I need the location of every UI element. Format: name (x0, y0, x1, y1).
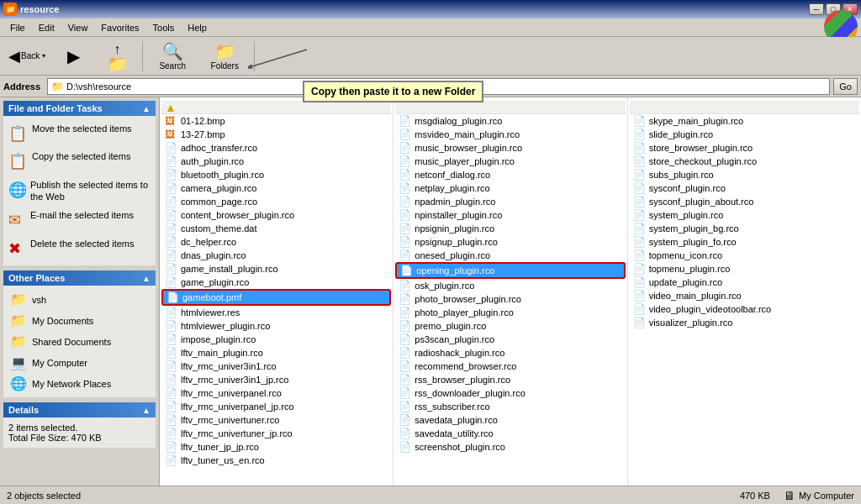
file-item[interactable]: 📄rss_subscriber.rco (395, 400, 625, 413)
search-button[interactable]: 🔍 Search (147, 39, 198, 72)
file-item[interactable]: 📄skype_main_plugin.rco (630, 114, 859, 128)
menu-help[interactable]: Help (181, 21, 214, 34)
file-item[interactable]: 📄adhoc_transfer.rco (161, 141, 391, 155)
folders-button[interactable]: 📁 Folders (199, 39, 250, 72)
go-button[interactable]: Go (833, 78, 858, 95)
file-item[interactable]: 📄photo_browser_plugin.rco (395, 292, 625, 306)
place-shared-documents[interactable]: 📁 Shared Documents (7, 331, 152, 352)
file-item[interactable]: 📄photo_player_plugin.rco (395, 306, 625, 319)
file-item[interactable]: 📄onesed_plugin.rco (395, 249, 625, 262)
file-item[interactable]: 📄premo_plugin.rco (395, 319, 625, 333)
up-button[interactable]: ↑ 📁 (96, 40, 138, 72)
details-header[interactable]: Details ▲ (3, 402, 156, 417)
file-item[interactable]: 📄npadmin_plugin.rco (395, 195, 625, 208)
file-item[interactable]: 📄system_plugin.rco (630, 208, 859, 222)
file-item[interactable]: 📄lftv_main_plugin.rco (161, 346, 391, 360)
publish-items-button[interactable]: 🌐 Publish the selected items to the Web (7, 176, 152, 207)
file-item[interactable]: 📄ps3scan_plugin.rco (395, 333, 625, 346)
minimize-button[interactable]: ─ (809, 3, 824, 15)
file-item[interactable]: 📄netplay_plugin.rco (395, 181, 625, 195)
file-item[interactable]: 📄lftv_rmc_univerpanel.rco (161, 386, 391, 400)
file-item[interactable]: 📄savedata_utility.rco (395, 427, 625, 440)
file-item[interactable]: 📄lftv_tuner_us_en.rco (161, 454, 391, 467)
file-icon: 📄 (633, 303, 647, 315)
file-item[interactable]: 📄msgdialog_plugin.rco (395, 114, 625, 128)
file-item[interactable]: 📄rss_browser_plugin.rco (395, 373, 625, 386)
file-item[interactable]: 📄osk_plugin.rco (395, 279, 625, 292)
file-item[interactable]: 📄custom_theme.dat (161, 222, 391, 235)
file-item[interactable]: 📄lftv_rmc_univertuner_jp.rco (161, 427, 391, 440)
file-icon: 📄 (399, 115, 412, 127)
file-item[interactable]: 📄npinstaller_plugin.rco (395, 208, 625, 222)
file-item[interactable]: 📄store_checkout_plugin.rco (630, 155, 859, 168)
file-item[interactable]: 📄visualizer_plugin.rco (630, 316, 859, 329)
file-item[interactable]: 📄msvideo_main_plugin.rco (395, 128, 625, 141)
file-tasks-header[interactable]: File and Folder Tasks ▲ (3, 101, 156, 116)
file-item[interactable]: 📄auth_plugin.rco (161, 155, 391, 168)
menu-tools[interactable]: Tools (146, 21, 182, 34)
file-item[interactable]: 📄npsignin_plugin.rco (395, 222, 625, 235)
move-items-button[interactable]: 📋 Move the selected items (7, 119, 152, 147)
file-item[interactable]: 📄savedata_plugin.rco (395, 413, 625, 427)
file-item[interactable]: 📄radioshack_plugin.rco (395, 346, 625, 360)
place-my-documents[interactable]: 📁 My Documents (7, 310, 152, 331)
file-item[interactable]: 📄impose_plugin.rco (161, 333, 391, 346)
place-vsh[interactable]: 📁 vsh (7, 289, 152, 310)
email-items-button[interactable]: ✉ E-mail the selected items (7, 206, 152, 234)
file-item[interactable]: 📄system_plugin_bg.rco (630, 222, 859, 235)
file-item[interactable]: 📄htmlviewer.res (161, 306, 391, 319)
place-my-computer[interactable]: 💻 My Computer (7, 352, 152, 373)
file-item[interactable]: 📄system_plugin_fo.rco (630, 235, 859, 249)
file-item[interactable]: 📄game_plugin.rco (161, 276, 391, 289)
delete-items-button[interactable]: ✖ Delete the selected items (7, 234, 152, 262)
file-item[interactable]: 📄recommend_browser.rco (395, 360, 625, 373)
menu-file[interactable]: File (3, 21, 32, 34)
file-item[interactable]: 📄topmenu_icon.rco (630, 249, 859, 262)
file-item[interactable]: 📄topmenu_plugin.rco (630, 262, 859, 276)
file-item[interactable]: 📄screenshot_plugin.rco (395, 440, 625, 454)
file-item[interactable]: 📄npsignup_plugin.rco (395, 235, 625, 249)
file-item[interactable]: 📄common_page.rco (161, 195, 391, 208)
file-item-gameboot[interactable]: 📄gameboot.pmf (161, 289, 391, 306)
file-item[interactable]: 📄video_plugin_videotoolbar.rco (630, 302, 859, 316)
file-item[interactable]: 🖼01-12.bmp (161, 114, 391, 128)
file-item-opening-plugin[interactable]: 📄opening_plugin.rco (395, 262, 625, 279)
file-item[interactable]: 📄music_browser_plugin.rco (395, 141, 625, 155)
file-item[interactable]: 📄slide_plugin.rco (630, 128, 859, 141)
file-item[interactable]: 📄video_main_plugin.rco (630, 289, 859, 302)
file-item[interactable]: 📄game_install_plugin.rco (161, 262, 391, 276)
menu-favorites[interactable]: Favorites (94, 21, 145, 34)
file-item[interactable]: 📄lftv_rmc_univertuner.rco (161, 413, 391, 427)
file-item[interactable]: 📄lftv_rmc_univerpanel_jp.rco (161, 400, 391, 413)
forward-button[interactable]: ▶ (52, 45, 94, 68)
file-item[interactable]: 📄store_browser_plugin.rco (630, 141, 859, 155)
file-item[interactable]: 📄bluetooth_plugin.rco (161, 168, 391, 181)
file-item[interactable]: 📄lftv_tuner_jp_jp.rco (161, 440, 391, 454)
file-item[interactable]: 📄subs_plugin.rco (630, 168, 859, 181)
column-1-header[interactable]: ▲ (161, 101, 391, 114)
status-size-text: 470 KB (740, 491, 770, 501)
file-item[interactable]: 📄dnas_plugin.rco (161, 249, 391, 262)
menu-view[interactable]: View (61, 21, 95, 34)
back-button[interactable]: ◀ Back ▾ (3, 45, 50, 67)
delete-label: Delete the selected items (30, 238, 135, 249)
file-item[interactable]: 📄update_plugin.rco (630, 276, 859, 289)
file-item[interactable]: 📄sysconf_plugin_about.rco (630, 195, 859, 208)
file-item[interactable]: 📄camera_plugin.rco (161, 181, 391, 195)
file-item[interactable]: 📄music_player_plugin.rco (395, 155, 625, 168)
other-places-header[interactable]: Other Places ▲ (3, 270, 156, 286)
file-item[interactable]: 📄dc_helper.rco (161, 235, 391, 249)
file-icon: 📄 (399, 320, 412, 332)
file-item[interactable]: 📄lftv_rmc_univer3in1_jp.rco (161, 373, 391, 386)
file-item[interactable]: 📄htmlviewer_plugin.rco (161, 319, 391, 333)
status-computer-label: My Computer (799, 491, 854, 501)
file-item[interactable]: 📄content_browser_plugin.rco (161, 208, 391, 222)
file-item[interactable]: 📄sysconf_plugin.rco (630, 181, 859, 195)
file-item[interactable]: 🖼13-27.bmp (161, 128, 391, 141)
file-item[interactable]: 📄netconf_dialog.rco (395, 168, 625, 181)
copy-items-button[interactable]: 📋 Copy the selected items (7, 147, 152, 175)
place-my-network[interactable]: 🌐 My Network Places (7, 373, 152, 394)
file-item[interactable]: 📄rss_downloader_plugin.rco (395, 386, 625, 400)
file-item[interactable]: 📄lftv_rmc_univer3in1.rco (161, 360, 391, 373)
menu-edit[interactable]: Edit (32, 21, 61, 34)
